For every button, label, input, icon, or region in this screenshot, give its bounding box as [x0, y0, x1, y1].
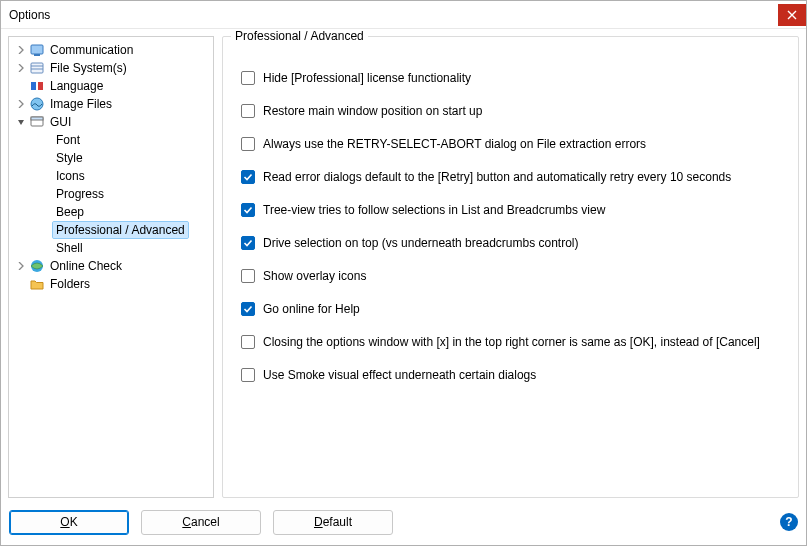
lang-icon: [29, 78, 45, 94]
option-label[interactable]: Closing the options window with [x] in t…: [263, 335, 760, 349]
check-icon: [243, 205, 253, 215]
folder-icon: [29, 276, 45, 292]
tree-item-professional-advanced[interactable]: Professional / Advanced: [11, 221, 211, 239]
tree-item-font[interactable]: Font: [11, 131, 211, 149]
option-row: Always use the RETRY-SELECT-ABORT dialog…: [241, 127, 792, 160]
tree-item-image-files[interactable]: Image Files: [11, 95, 211, 113]
close-button[interactable]: [778, 4, 806, 26]
panel-body: Hide [Professional] license functionalit…: [223, 37, 798, 401]
svg-rect-5: [31, 82, 36, 90]
tree-item-folders[interactable]: Folders: [11, 275, 211, 293]
svg-rect-0: [31, 45, 43, 54]
options-panel: Professional / Advanced Hide [Profession…: [222, 36, 799, 498]
tree-item-label: Language: [47, 78, 106, 94]
checkbox[interactable]: [241, 137, 255, 151]
svg-rect-9: [31, 117, 43, 120]
option-row: Show overlay icons: [241, 259, 792, 292]
check-icon: [243, 238, 253, 248]
checkbox[interactable]: [241, 368, 255, 382]
chevron-right-icon[interactable]: [15, 62, 27, 74]
expander-spacer: [15, 80, 27, 92]
body: CommunicationFile System(s)LanguageImage…: [1, 29, 806, 505]
option-label[interactable]: Go online for Help: [263, 302, 360, 316]
option-row: Go online for Help: [241, 292, 792, 325]
option-row: Closing the options window with [x] in t…: [241, 325, 792, 358]
tree-item-beep[interactable]: Beep: [11, 203, 211, 221]
tree-item-label: Style: [53, 150, 86, 166]
option-label[interactable]: Use Smoke visual effect underneath certa…: [263, 368, 536, 382]
help-button[interactable]: ?: [780, 513, 798, 531]
option-label[interactable]: Drive selection on top (vs underneath br…: [263, 236, 579, 250]
checkbox[interactable]: [241, 302, 255, 316]
footer: OK Cancel Default ?: [1, 505, 806, 545]
options-window: Options CommunicationFile System(s)Langu…: [0, 0, 807, 546]
panel-title: Professional / Advanced: [231, 29, 368, 43]
checkbox[interactable]: [241, 203, 255, 217]
checkbox[interactable]: [241, 269, 255, 283]
tree-item-label: Folders: [47, 276, 93, 292]
tree-item-online-check[interactable]: Online Check: [11, 257, 211, 275]
tree-item-label: Communication: [47, 42, 136, 58]
gui-icon: [29, 114, 45, 130]
tree-item-label: Image Files: [47, 96, 115, 112]
help-icon: ?: [785, 515, 792, 529]
checkbox[interactable]: [241, 236, 255, 250]
checkbox[interactable]: [241, 335, 255, 349]
option-row: Tree-view tries to follow selections in …: [241, 193, 792, 226]
category-tree[interactable]: CommunicationFile System(s)LanguageImage…: [8, 36, 214, 498]
option-row: Drive selection on top (vs underneath br…: [241, 226, 792, 259]
chevron-right-icon[interactable]: [15, 44, 27, 56]
default-button[interactable]: Default: [273, 510, 393, 535]
cancel-button[interactable]: Cancel: [141, 510, 261, 535]
online-icon: [29, 258, 45, 274]
tree-item-icons[interactable]: Icons: [11, 167, 211, 185]
option-row: Use Smoke visual effect underneath certa…: [241, 358, 792, 391]
svg-rect-2: [31, 63, 43, 73]
tree-item-label: Shell: [53, 240, 86, 256]
check-icon: [243, 304, 253, 314]
tree-item-progress[interactable]: Progress: [11, 185, 211, 203]
tree-item-label: Professional / Advanced: [53, 222, 188, 238]
svg-rect-6: [38, 82, 43, 90]
tree-item-file-system-s-[interactable]: File System(s): [11, 59, 211, 77]
titlebar: Options: [1, 1, 806, 29]
ok-button[interactable]: OK: [9, 510, 129, 535]
img-icon: [29, 96, 45, 112]
tree-item-style[interactable]: Style: [11, 149, 211, 167]
chevron-right-icon[interactable]: [15, 98, 27, 110]
close-icon: [787, 10, 797, 20]
option-label[interactable]: Tree-view tries to follow selections in …: [263, 203, 605, 217]
comm-icon: [29, 42, 45, 58]
tree-item-label: Icons: [53, 168, 88, 184]
option-label[interactable]: Hide [Professional] license functionalit…: [263, 71, 471, 85]
tree-item-label: Progress: [53, 186, 107, 202]
option-label[interactable]: Always use the RETRY-SELECT-ABORT dialog…: [263, 137, 646, 151]
tree-item-gui[interactable]: GUI: [11, 113, 211, 131]
check-icon: [243, 172, 253, 182]
window-title: Options: [9, 8, 50, 22]
option-row: Read error dialogs default to the [Retry…: [241, 160, 792, 193]
checkbox[interactable]: [241, 170, 255, 184]
option-label[interactable]: Restore main window position on start up: [263, 104, 482, 118]
checkbox[interactable]: [241, 71, 255, 85]
tree-item-label: Beep: [53, 204, 87, 220]
option-row: Restore main window position on start up: [241, 94, 792, 127]
svg-point-7: [31, 98, 43, 110]
tree-item-language[interactable]: Language: [11, 77, 211, 95]
option-label[interactable]: Show overlay icons: [263, 269, 366, 283]
option-label[interactable]: Read error dialogs default to the [Retry…: [263, 170, 731, 184]
chevron-down-icon[interactable]: [15, 116, 27, 128]
tree-item-label: Online Check: [47, 258, 125, 274]
checkbox[interactable]: [241, 104, 255, 118]
fs-icon: [29, 60, 45, 76]
tree-item-label: Font: [53, 132, 83, 148]
tree-item-shell[interactable]: Shell: [11, 239, 211, 257]
tree-item-label: File System(s): [47, 60, 130, 76]
chevron-right-icon[interactable]: [15, 260, 27, 272]
option-row: Hide [Professional] license functionalit…: [241, 61, 792, 94]
tree-item-label: GUI: [47, 114, 74, 130]
tree-item-communication[interactable]: Communication: [11, 41, 211, 59]
expander-spacer: [15, 278, 27, 290]
svg-rect-1: [34, 54, 40, 56]
